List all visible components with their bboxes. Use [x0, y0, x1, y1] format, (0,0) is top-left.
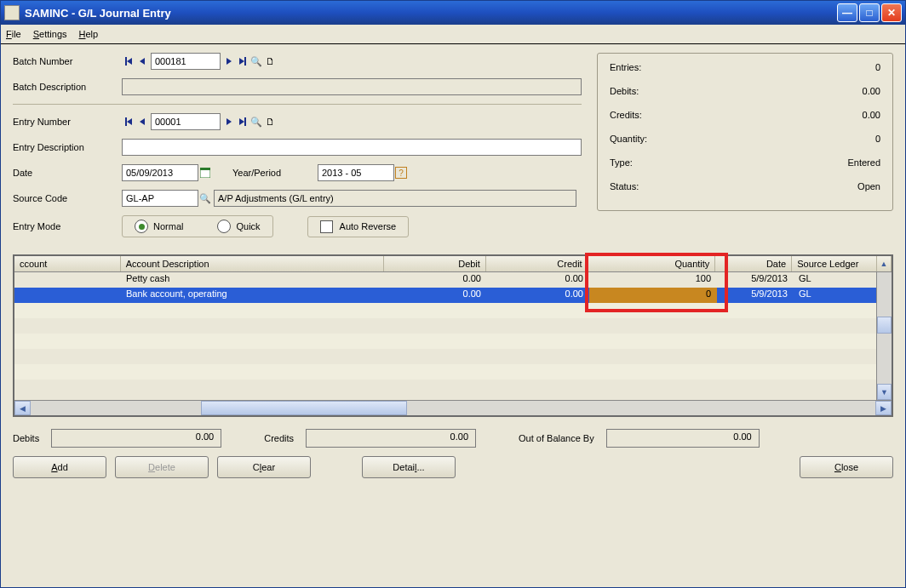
entry-last-icon[interactable]	[236, 115, 249, 128]
table-row[interactable]	[14, 364, 892, 380]
batch-last-icon[interactable]	[236, 54, 249, 68]
source-code-label: Source Code	[13, 193, 122, 203]
col-debit[interactable]: Debit	[384, 256, 486, 271]
batch-finder-icon[interactable]: 🔍	[249, 54, 263, 69]
summary-quantity-label: Quantity:	[610, 134, 647, 144]
summary-credits-label: Credits:	[610, 110, 642, 120]
auto-reverse-checkbox[interactable]: Auto Reverse	[307, 216, 410, 237]
year-period-help-icon[interactable]: ?	[394, 165, 408, 180]
grid-body[interactable]: Petty cash 0.00 0.00 100 5/9/2013 GL Ban…	[14, 272, 892, 400]
menu-bar: File Settings Help	[1, 25, 905, 44]
source-code-desc	[214, 190, 576, 207]
hscroll-right-icon[interactable]: ▶	[875, 401, 892, 415]
batch-desc-input[interactable]	[122, 78, 582, 95]
entry-number-label: Entry Number	[13, 117, 122, 127]
hscroll-thumb[interactable]	[201, 401, 407, 415]
entry-new-icon[interactable]: 🗋	[263, 114, 277, 129]
add-button[interactable]: Add	[13, 456, 106, 478]
summary-entries-label: Entries:	[610, 62, 641, 72]
year-period-input[interactable]	[318, 164, 394, 181]
entry-number-input[interactable]	[151, 113, 221, 130]
close-button[interactable]: Close	[800, 456, 893, 478]
maximize-button[interactable]: □	[859, 3, 880, 22]
batch-desc-label: Batch Description	[13, 82, 122, 92]
date-label: Date	[13, 168, 122, 178]
table-row[interactable]	[14, 303, 892, 318]
date-input[interactable]	[122, 164, 198, 181]
batch-number-label: Batch Number	[13, 56, 122, 66]
entry-finder-icon[interactable]: 🔍	[249, 114, 263, 129]
grid-header: ccount Account Description Debit Credit …	[14, 256, 892, 272]
entry-desc-label: Entry Description	[13, 142, 122, 152]
app-window: SAMINC - G/L Journal Entry — □ ✕ File Se…	[0, 0, 906, 588]
col-source[interactable]: Source Ledger	[792, 256, 877, 271]
section-divider	[13, 104, 582, 105]
col-quantity[interactable]: Quantity	[588, 256, 716, 271]
summary-entries-value: 0	[875, 62, 880, 72]
entry-mode-quick[interactable]: Quick	[217, 220, 260, 233]
summary-debits-label: Debits:	[610, 86, 639, 96]
table-row[interactable]: Petty cash 0.00 0.00 100 5/9/2013 GL	[14, 272, 892, 288]
menu-file[interactable]: File	[6, 29, 21, 39]
menu-settings[interactable]: Settings	[33, 29, 67, 39]
summary-type-value: Entered	[847, 157, 880, 168]
table-row[interactable]	[14, 380, 892, 395]
grid-vscroll[interactable]: ▼	[876, 272, 892, 400]
clear-button[interactable]: Clear	[217, 456, 311, 478]
table-row[interactable]	[14, 334, 892, 349]
close-window-button[interactable]: ✕	[881, 3, 902, 22]
debits-total-label: Debits	[13, 433, 39, 443]
summary-status-label: Status:	[610, 181, 639, 191]
table-row[interactable]	[14, 318, 892, 334]
entry-mode-normal[interactable]: Normal	[135, 220, 183, 233]
hscroll-left-icon[interactable]: ◀	[14, 401, 31, 415]
summary-status-value: Open	[857, 181, 880, 191]
summary-type-label: Type:	[610, 157, 633, 168]
table-row[interactable]	[14, 349, 892, 364]
col-scroll-gap: ▲	[877, 256, 892, 271]
journal-grid: ccount Account Description Debit Credit …	[13, 254, 893, 417]
entry-desc-input[interactable]	[122, 139, 582, 156]
entry-mode-label: Entry Mode	[13, 221, 122, 231]
out-of-balance-label: Out of Balance By	[519, 433, 594, 443]
source-code-input[interactable]	[122, 190, 198, 207]
source-code-finder-icon[interactable]: 🔍	[198, 191, 212, 206]
entry-next-icon[interactable]	[222, 115, 236, 128]
batch-prev-icon[interactable]	[135, 54, 149, 68]
col-account[interactable]: ccount	[14, 256, 121, 271]
title-bar: SAMINC - G/L Journal Entry — □ ✕	[1, 1, 905, 25]
svg-rect-1	[200, 168, 210, 170]
radio-selected-icon	[135, 220, 148, 233]
app-icon	[4, 5, 20, 20]
entry-prev-icon[interactable]	[135, 115, 149, 128]
summary-debits-value: 0.00	[863, 86, 880, 96]
qty-cell-selected[interactable]: 0	[589, 288, 717, 303]
credits-total-value: 0.00	[306, 429, 476, 448]
radio-icon	[217, 220, 231, 233]
col-date[interactable]: Date	[715, 256, 792, 271]
checkbox-icon	[320, 220, 333, 233]
summary-quantity-value: 0	[875, 134, 880, 144]
menu-help[interactable]: Help	[79, 29, 99, 39]
grid-hscroll[interactable]: ◀ ▶	[14, 400, 892, 415]
minimize-button[interactable]: —	[837, 3, 857, 22]
summary-panel: Entries:0 Debits:0.00 Credits:0.00 Quant…	[597, 53, 893, 211]
vscroll-thumb[interactable]	[877, 317, 892, 334]
table-row[interactable]: Bank account, operating 0.00 0.00 0 5/9/…	[14, 288, 892, 303]
batch-first-icon[interactable]	[122, 54, 135, 68]
year-period-label: Year/Period	[232, 168, 318, 178]
batch-number-input[interactable]	[151, 53, 221, 70]
window-title: SAMINC - G/L Journal Entry	[25, 7, 837, 20]
entry-first-icon[interactable]	[122, 115, 135, 128]
out-of-balance-value: 0.00	[606, 429, 760, 448]
debits-total-value: 0.00	[51, 429, 221, 448]
credits-total-label: Credits	[264, 433, 294, 443]
col-desc[interactable]: Account Description	[121, 256, 384, 271]
detail-button[interactable]: Detail...	[362, 456, 456, 478]
vscroll-down-icon[interactable]: ▼	[877, 384, 892, 400]
delete-button[interactable]: Delete	[115, 456, 209, 478]
batch-next-icon[interactable]	[222, 54, 236, 68]
batch-new-icon[interactable]: 🗋	[263, 54, 277, 69]
col-credit[interactable]: Credit	[486, 256, 588, 271]
date-picker-icon[interactable]	[198, 165, 212, 180]
